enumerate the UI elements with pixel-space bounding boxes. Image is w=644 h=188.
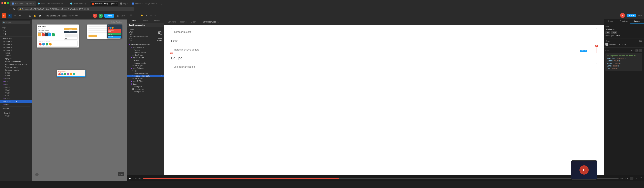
figma-canvas-area[interactable]: Style Guide Títulos - Fuente Prata Títul…: [32, 20, 127, 181]
back-btn[interactable]: ←: [2, 7, 6, 11]
layers-tab-active[interactable]: Layers: [128, 19, 140, 23]
wl-input3[interactable]: ❖ Input 3 - Imagen: [128, 67, 164, 70]
comment-tool-btn[interactable]: 💬: [38, 14, 42, 18]
layer-card5[interactable]: ❖ Card 5: [0, 91, 32, 94]
wl-rellena[interactable]: ❖ Rellena el formulario para...: [128, 43, 164, 46]
new-tab-btn[interactable]: +: [160, 3, 163, 6]
text-tool-btn[interactable]: T: [23, 14, 27, 18]
zoom-control[interactable]: 25%: [121, 14, 126, 18]
cursor-tool-btn[interactable]: ↖: [8, 14, 12, 18]
layer-boton-2[interactable]: ❖ Botón: [0, 74, 32, 77]
layer-titulos[interactable]: T Títulos - Fuente Prata: [0, 60, 32, 63]
speed-control[interactable]: 1x: [630, 177, 634, 179]
tab-create-react-app[interactable]: Create React App ×: [68, 1, 90, 6]
hand-tool-btn[interactable]: ✋: [33, 14, 37, 18]
properties-tab[interactable]: Properties: [177, 20, 189, 24]
layer-colores-var[interactable]: T Colores variables: [0, 66, 32, 69]
layer-image8-2[interactable]: ▣ Image 8: [0, 43, 32, 46]
measure-btn[interactable]: ⊞: [149, 14, 152, 17]
fullscreen-btn[interactable]: ⛶: [639, 177, 642, 180]
sidebar-search[interactable]: 🔍 Pages: [2, 21, 30, 24]
present-btn[interactable]: ▶: [116, 14, 120, 18]
foto-url-input[interactable]: [171, 46, 597, 53]
page-2-item[interactable]: 2: [2, 32, 30, 35]
forward-btn[interactable]: →: [7, 7, 11, 11]
help-btn[interactable]: ?: [35, 173, 38, 176]
wl-foto[interactable]: T Foto: [128, 70, 164, 72]
layer-card-programacion[interactable]: ❖ Card Programación: [0, 100, 32, 103]
tab-figma-desktop[interactable]: Intro a React Org Free ×: [10, 1, 36, 6]
wl-ingresar-nombre[interactable]: T Ingresar nombre: [128, 51, 164, 54]
layer-card[interactable]: ❖ Card: [0, 80, 32, 83]
layer-group2[interactable]: ◻ Group 2: [0, 112, 32, 114]
tab-figma-web[interactable]: Intro a React Org – Figma ×: [90, 1, 118, 6]
layer-card7[interactable]: ❖ Card 7: [0, 83, 32, 86]
wl-input2[interactable]: ❖ Input 2 - Cargo: [128, 56, 164, 59]
copy-code-btn[interactable]: ⎘: [636, 49, 638, 52]
tab-close-react-icon[interactable]: ×: [65, 3, 66, 5]
proyecto-tab[interactable]: Projecto...: [152, 19, 164, 23]
layer-tipografia[interactable]: T Tipografía: [0, 57, 32, 60]
pen-tool-btn[interactable]: ✏: [18, 14, 22, 18]
wl-seleccionar-equipo[interactable]: T Seleccionar equipo: [128, 72, 164, 75]
refresh-btn[interactable]: ↻: [12, 8, 16, 11]
layer-card2[interactable]: ❖ Card 2: [0, 94, 32, 97]
zoom-in-btn[interactable]: +: [144, 14, 148, 17]
wl-rect-3[interactable]: ▭ Rectángulo: [128, 77, 164, 80]
page-1-item[interactable]: 1: [2, 29, 30, 32]
settings-btn[interactable]: ⚙: [635, 177, 638, 180]
wl-ingresar-puesto[interactable]: T Ingresar puesto: [128, 62, 164, 64]
frame-tool-btn[interactable]: ⌗: [13, 14, 17, 18]
layer-fashion[interactable]: ⌗ Fashion: [0, 107, 32, 110]
wl-rect-2[interactable]: ▭ Rectángulo: [128, 64, 164, 67]
share-btn[interactable]: Share: [104, 14, 114, 18]
layer-style-guide[interactable]: ⌗ Style Guide: [0, 37, 32, 40]
tab-react-lib[interactable]: React – Una biblioteca de Jav... ×: [36, 1, 68, 6]
layer-line18[interactable]: — Line 18: [0, 54, 32, 57]
hand-move-btn[interactable]: ✋: [140, 14, 144, 17]
design-tab-design[interactable]: Design: [604, 19, 617, 24]
assets-toggle-btn[interactable]: ◻: [134, 14, 137, 17]
expand-code-btn[interactable]: ⤢: [639, 49, 642, 52]
expert-tab[interactable]: Expert: [189, 20, 198, 24]
web-share-btn[interactable]: Share: [626, 14, 636, 17]
wl-input1[interactable]: ❖ Input 1 - Nome: [128, 46, 164, 49]
assets-tab[interactable]: Assets: [140, 19, 152, 23]
progress-track[interactable]: [143, 178, 618, 179]
wl-input4[interactable]: ❖ Input 4 - Time: [128, 80, 164, 83]
layer-card4[interactable]: ❖ Card 4: [0, 97, 32, 100]
puesto-input[interactable]: [171, 28, 597, 35]
shape-tool-btn[interactable]: ◻: [28, 14, 32, 18]
design-tab-inspect[interactable]: Inspect: [630, 19, 644, 24]
maximize-window-btn[interactable]: [7, 2, 9, 4]
tab-close-org-icon[interactable]: ×: [127, 3, 128, 5]
wl-nombre[interactable]: T Nombre: [128, 49, 164, 51]
tab-close-icon[interactable]: ×: [33, 3, 34, 5]
layer-boton-3[interactable]: ❖ Botón: [0, 77, 32, 80]
wl-mi-org[interactable]: T Mi organización: [128, 88, 164, 90]
layer-card-question[interactable]: ❖ Card ?: [0, 114, 32, 117]
layer-image6[interactable]: ▣ Image 6: [0, 49, 32, 52]
wl-rect16[interactable]: ▭ Rectángulo 16: [128, 90, 164, 93]
layer-line9[interactable]: — Line 9: [0, 52, 32, 54]
wl-puesto[interactable]: T Puesto: [128, 59, 164, 62]
tab-close-fonts-icon[interactable]: ×: [156, 3, 157, 5]
wl-rect-1[interactable]: ▭ Rectángulo: [128, 54, 164, 56]
layer-colores-princ[interactable]: T Colores principales: [0, 69, 32, 72]
wl-rect6[interactable]: ▭ Rectangle 6: [128, 85, 164, 88]
play-btn[interactable]: ▶: [129, 177, 131, 180]
layer-image8-3[interactable]: ▣ Image 8: [0, 46, 32, 49]
address-bar[interactable]: 🔒 figma.com/file/PPF5M9mBmDpYu6e3CU/Intr…: [17, 7, 134, 11]
figma-logo[interactable]: F: [2, 14, 6, 18]
design-tab-prototype[interactable]: Prototype: [617, 19, 630, 24]
layer-boton-1[interactable]: ❖ Botón: [0, 72, 32, 74]
cursor-tool-web-btn[interactable]: ↖: [153, 14, 157, 17]
tab-google-fonts[interactable]: Montserrat – Google Fonts ×: [130, 1, 158, 6]
wl-boton[interactable]: ❖ Botón: [128, 83, 164, 85]
tab-close-cra-icon[interactable]: ×: [88, 3, 88, 5]
minimize-window-btn[interactable]: [4, 2, 6, 4]
figma-web-canvas[interactable]: Comment Properties Expert ◄ Card Program…: [164, 19, 604, 175]
close-window-btn[interactable]: [1, 2, 3, 4]
tab-close-figma-icon[interactable]: ×: [116, 3, 117, 5]
comment-tab[interactable]: Comment: [166, 20, 177, 24]
